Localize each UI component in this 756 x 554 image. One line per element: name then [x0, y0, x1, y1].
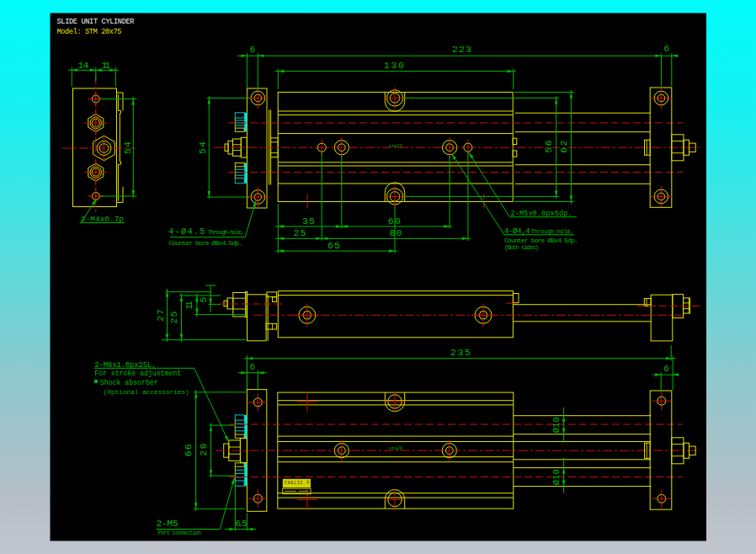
- svg-text:56: 56: [544, 141, 555, 153]
- svg-text:62: 62: [558, 141, 569, 153]
- svg-text:Model: STM 20x75: Model: STM 20x75: [57, 28, 122, 36]
- svg-text:2-M4x0.7p: 2-M4x0.7p: [81, 215, 124, 224]
- svg-text:35: 35: [302, 216, 315, 226]
- svg-text:28: 28: [198, 444, 209, 456]
- svg-text:11: 11: [102, 60, 111, 71]
- svg-text:CHELIC ®: CHELIC ®: [285, 480, 309, 485]
- svg-text:Port connection: Port connection: [158, 530, 201, 536]
- svg-text:11: 11: [184, 301, 194, 310]
- svg-text:66: 66: [183, 444, 194, 456]
- svg-text:2-M5: 2-M5: [157, 518, 178, 529]
- svg-text:6: 6: [249, 45, 255, 55]
- svg-text:6: 6: [663, 364, 669, 374]
- svg-text:235: 235: [450, 347, 471, 358]
- svg-text:25: 25: [168, 311, 179, 323]
- svg-text:Through-hole,: Through-hole,: [208, 229, 244, 236]
- svg-text:6: 6: [663, 44, 669, 54]
- svg-text:SLIDE UNIT CYLINDER: SLIDE UNIT CYLINDER: [57, 18, 135, 26]
- svg-text:Shock absorber: Shock absorber: [100, 379, 158, 387]
- svg-text:Ø10: Ø10: [551, 469, 562, 485]
- svg-text:27: 27: [155, 309, 166, 322]
- svg-text:6.5: 6.5: [236, 519, 248, 529]
- svg-text:80: 80: [390, 227, 402, 238]
- svg-text:65: 65: [327, 240, 340, 251]
- svg-text:223: 223: [452, 44, 471, 55]
- svg-text:130: 130: [384, 60, 404, 71]
- svg-text:6: 6: [249, 362, 255, 372]
- svg-text:stm20: stm20: [389, 446, 402, 450]
- svg-text:54: 54: [122, 141, 133, 154]
- svg-text:60: 60: [388, 216, 401, 226]
- svg-text:For stroke adjustment: For stroke adjustment: [94, 370, 181, 378]
- svg-text:25: 25: [294, 227, 306, 238]
- svg-text:(Optional accessories): (Optional accessories): [104, 389, 189, 396]
- svg-text:Ø10: Ø10: [551, 417, 562, 433]
- svg-text:Counter bore Ø8x4.5dp.: Counter bore Ø8x4.5dp.: [168, 239, 242, 247]
- svg-text:Through-hole,: Through-hole,: [531, 228, 574, 235]
- svg-text:2-M5x0.8px6dp.: 2-M5x0.8px6dp.: [511, 210, 572, 218]
- svg-text:4-Ø4.5: 4-Ø4.5: [168, 227, 205, 237]
- svg-text:4-Ø4,4: 4-Ø4,4: [504, 226, 530, 236]
- svg-text:(Both sides): (Both sides): [504, 244, 539, 251]
- svg-text:54: 54: [197, 141, 208, 154]
- svg-text:2-M8x1.0px25L,: 2-M8x1.0px25L,: [94, 361, 157, 370]
- svg-text:14: 14: [78, 60, 89, 71]
- svg-text:5: 5: [198, 296, 209, 302]
